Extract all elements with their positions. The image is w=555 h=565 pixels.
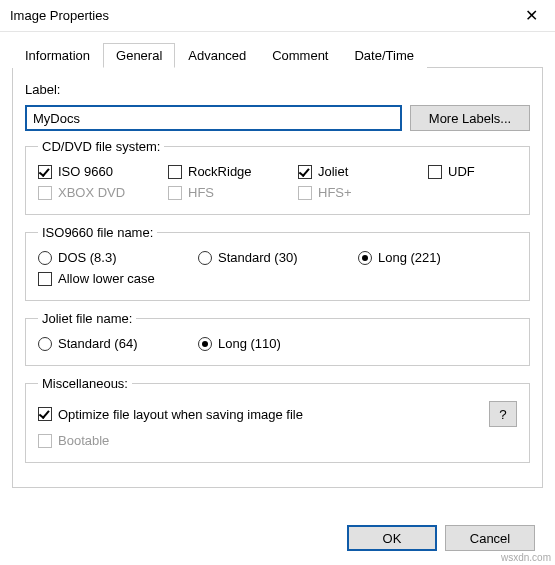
tab-comment[interactable]: Comment: [259, 43, 341, 68]
iso-filename-legend: ISO9660 file name:: [38, 225, 157, 240]
label-row: Label:: [25, 82, 530, 97]
radio-iso-long[interactable]: Long (221): [358, 250, 488, 265]
checkbox-label: Bootable: [58, 433, 109, 448]
tabs: Information General Advanced Comment Dat…: [12, 42, 543, 68]
radio-label: Long (221): [378, 250, 441, 265]
checkbox-label: UDF: [448, 164, 475, 179]
checkbox-iso9660[interactable]: ISO 9660: [38, 164, 168, 179]
misc-group: Miscellaneous: Optimize file layout when…: [25, 376, 530, 463]
checkbox-udf[interactable]: UDF: [428, 164, 508, 179]
tab-content: Label: More Labels... CD/DVD file system…: [12, 68, 543, 488]
checkbox-icon: [38, 165, 52, 179]
checkbox-icon: [168, 186, 182, 200]
checkbox-bootable: Bootable: [38, 433, 168, 448]
checkbox-label: Optimize file layout when saving image f…: [58, 407, 303, 422]
checkbox-hfsplus: HFS+: [298, 185, 428, 200]
checkbox-rockridge[interactable]: RockRidge: [168, 164, 298, 179]
checkbox-label: ISO 9660: [58, 164, 113, 179]
tab-general[interactable]: General: [103, 43, 175, 68]
more-labels-button[interactable]: More Labels...: [410, 105, 530, 131]
radio-label: DOS (8.3): [58, 250, 117, 265]
checkbox-icon: [38, 186, 52, 200]
cancel-button[interactable]: Cancel: [445, 525, 535, 551]
filesystem-group: CD/DVD file system: ISO 9660 RockRidge J…: [25, 139, 530, 215]
checkbox-allow-lower[interactable]: Allow lower case: [38, 271, 168, 286]
tab-advanced[interactable]: Advanced: [175, 43, 259, 68]
joliet-filename-group: Joliet file name: Standard (64) Long (11…: [25, 311, 530, 366]
tab-datetime[interactable]: Date/Time: [341, 43, 426, 68]
radio-joliet-long[interactable]: Long (110): [198, 336, 328, 351]
checkbox-label: HFS+: [318, 185, 352, 200]
checkbox-label: XBOX DVD: [58, 185, 125, 200]
filesystem-legend: CD/DVD file system:: [38, 139, 164, 154]
titlebar: Image Properties ✕: [0, 0, 555, 32]
checkbox-icon: [298, 165, 312, 179]
radio-label: Standard (30): [218, 250, 298, 265]
radio-iso-standard[interactable]: Standard (30): [198, 250, 358, 265]
checkbox-label: HFS: [188, 185, 214, 200]
label-label: Label:: [25, 82, 60, 97]
radio-icon: [38, 251, 52, 265]
checkbox-label: Allow lower case: [58, 271, 155, 286]
tab-information[interactable]: Information: [12, 43, 103, 68]
checkbox-icon: [298, 186, 312, 200]
radio-dos[interactable]: DOS (8.3): [38, 250, 198, 265]
radio-icon: [38, 337, 52, 351]
checkbox-hfs: HFS: [168, 185, 298, 200]
radio-label: Standard (64): [58, 336, 138, 351]
radio-label: Long (110): [218, 336, 281, 351]
iso-filename-group: ISO9660 file name: DOS (8.3) Standard (3…: [25, 225, 530, 301]
dialog-footer: OK Cancel: [347, 525, 535, 551]
radio-icon: [198, 251, 212, 265]
radio-icon: [358, 251, 372, 265]
checkbox-icon: [38, 407, 52, 421]
checkbox-icon: [38, 434, 52, 448]
misc-legend: Miscellaneous:: [38, 376, 132, 391]
checkbox-joliet[interactable]: Joliet: [298, 164, 428, 179]
radio-icon: [198, 337, 212, 351]
ok-button[interactable]: OK: [347, 525, 437, 551]
checkbox-icon: [168, 165, 182, 179]
checkbox-label: RockRidge: [188, 164, 252, 179]
label-input-row: More Labels...: [25, 105, 530, 131]
window-title: Image Properties: [10, 8, 109, 23]
label-input[interactable]: [25, 105, 402, 131]
joliet-filename-legend: Joliet file name:: [38, 311, 136, 326]
checkbox-icon: [38, 272, 52, 286]
close-icon[interactable]: ✕: [509, 1, 553, 31]
checkbox-optimize[interactable]: Optimize file layout when saving image f…: [38, 407, 338, 422]
radio-joliet-standard[interactable]: Standard (64): [38, 336, 198, 351]
watermark: wsxdn.com: [501, 552, 551, 563]
checkbox-label: Joliet: [318, 164, 348, 179]
checkbox-xbox: XBOX DVD: [38, 185, 168, 200]
help-button[interactable]: ?: [489, 401, 517, 427]
checkbox-icon: [428, 165, 442, 179]
